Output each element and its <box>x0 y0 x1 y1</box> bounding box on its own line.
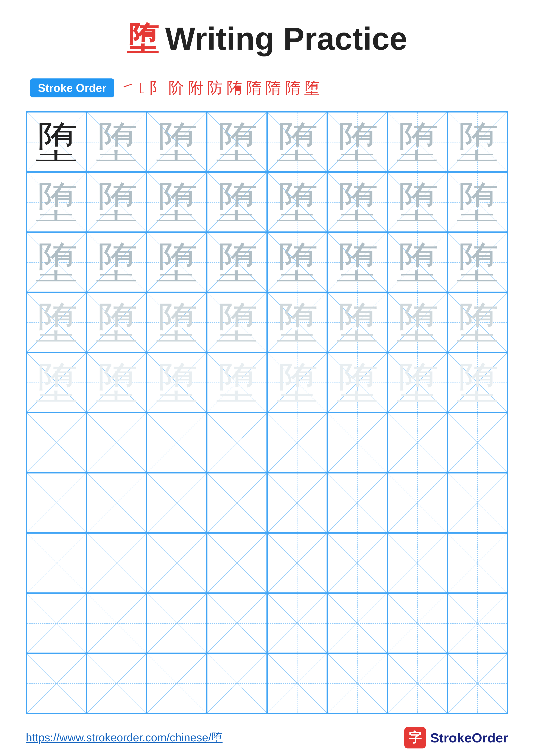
grid-cell[interactable]: 堕 <box>447 112 507 172</box>
grid-cell[interactable] <box>447 533 507 593</box>
grid-cell[interactable] <box>87 653 147 713</box>
grid-cell[interactable]: 堕 <box>87 353 147 413</box>
grid-row: 堕堕堕堕堕堕堕堕 <box>27 112 507 172</box>
grid-cell[interactable] <box>267 653 327 713</box>
grid-cell[interactable]: 堕 <box>147 232 207 292</box>
grid-row: 堕堕堕堕堕堕堕堕 <box>27 232 507 292</box>
grid-cell[interactable] <box>387 473 447 533</box>
grid-row <box>27 533 507 593</box>
grid-cell[interactable] <box>447 593 507 653</box>
grid-cell[interactable]: 堕 <box>327 232 387 292</box>
grid-cell[interactable] <box>447 413 507 473</box>
grid-cell[interactable]: 堕 <box>27 292 87 352</box>
grid-cell[interactable]: 堕 <box>447 353 507 413</box>
grid-cell[interactable] <box>207 473 267 533</box>
stroke-step-6: 防 <box>207 78 223 98</box>
grid-cell[interactable]: 堕 <box>207 232 267 292</box>
grid-cell[interactable] <box>147 473 207 533</box>
grid-cell[interactable]: 堕 <box>387 292 447 352</box>
grid-cell[interactable]: 堕 <box>87 292 147 352</box>
grid-cell[interactable]: 堕 <box>387 112 447 172</box>
grid-cell[interactable]: 堕 <box>27 232 87 292</box>
stroke-step-7: 陏 <box>227 78 242 98</box>
grid-cell[interactable] <box>87 533 147 593</box>
grid-cell[interactable] <box>147 653 207 713</box>
grid-cell[interactable]: 堕 <box>387 353 447 413</box>
grid-cell[interactable]: 堕 <box>327 172 387 232</box>
grid-cell[interactable] <box>267 413 327 473</box>
grid-cell[interactable]: 堕 <box>207 353 267 413</box>
grid-cell[interactable]: 堕 <box>267 353 327 413</box>
grid-cell[interactable] <box>207 413 267 473</box>
practice-char: 堕 <box>396 114 438 171</box>
grid-cell[interactable] <box>27 533 87 593</box>
practice-char: 堕 <box>156 354 198 411</box>
grid-cell[interactable]: 堕 <box>207 172 267 232</box>
practice-char: 堕 <box>276 354 318 411</box>
practice-char: 堕 <box>96 114 138 171</box>
grid-cell[interactable] <box>207 653 267 713</box>
grid-cell[interactable]: 堕 <box>387 172 447 232</box>
grid-cell[interactable] <box>267 473 327 533</box>
grid-cell[interactable]: 堕 <box>27 353 87 413</box>
grid-cell[interactable]: 堕 <box>27 112 87 172</box>
grid-cell[interactable]: 堕 <box>87 112 147 172</box>
grid-cell[interactable]: 堕 <box>447 172 507 232</box>
grid-cell[interactable]: 堕 <box>27 172 87 232</box>
grid-cell[interactable] <box>147 593 207 653</box>
grid-cell[interactable] <box>267 593 327 653</box>
grid-cell[interactable]: 堕 <box>327 112 387 172</box>
practice-char: 堕 <box>156 114 198 171</box>
grid-cell[interactable]: 堕 <box>447 292 507 352</box>
grid-cell[interactable]: 堕 <box>267 292 327 352</box>
grid-cell[interactable] <box>207 593 267 653</box>
grid-cell[interactable]: 堕 <box>267 232 327 292</box>
grid-cell[interactable]: 堕 <box>207 292 267 352</box>
grid-cell[interactable] <box>387 413 447 473</box>
page: 堕 Writing Practice Stroke Order ㇀ 𠃍 阝 阶 … <box>0 0 534 756</box>
grid-cell[interactable] <box>207 533 267 593</box>
grid-cell[interactable]: 堕 <box>87 232 147 292</box>
grid-cell[interactable] <box>87 413 147 473</box>
grid-cell[interactable] <box>327 593 387 653</box>
grid-cell[interactable] <box>27 653 87 713</box>
footer-logo-icon: 字 <box>404 727 426 748</box>
grid-cell[interactable] <box>147 413 207 473</box>
practice-char: 堕 <box>336 234 378 291</box>
practice-char: 堕 <box>276 174 318 230</box>
grid-cell[interactable] <box>327 473 387 533</box>
grid-cell[interactable] <box>87 593 147 653</box>
grid-cell[interactable] <box>447 653 507 713</box>
grid-cell[interactable]: 堕 <box>327 292 387 352</box>
grid-cell[interactable] <box>147 533 207 593</box>
grid-cell[interactable]: 堕 <box>387 232 447 292</box>
grid-cell[interactable] <box>267 533 327 593</box>
grid-cell[interactable]: 堕 <box>447 232 507 292</box>
grid-cell[interactable] <box>327 413 387 473</box>
grid-cell[interactable]: 堕 <box>147 172 207 232</box>
grid-cell[interactable] <box>27 593 87 653</box>
grid-cell[interactable] <box>327 533 387 593</box>
grid-cell[interactable] <box>27 473 87 533</box>
grid-cell[interactable] <box>387 533 447 593</box>
grid-cell[interactable] <box>27 413 87 473</box>
grid-cell[interactable]: 堕 <box>147 292 207 352</box>
grid-cell[interactable] <box>327 653 387 713</box>
grid-cell[interactable]: 堕 <box>267 172 327 232</box>
grid-cell[interactable]: 堕 <box>267 112 327 172</box>
grid-cell[interactable]: 堕 <box>207 112 267 172</box>
practice-char: 堕 <box>456 174 498 230</box>
grid-cell[interactable]: 堕 <box>147 112 207 172</box>
practice-char: 堕 <box>216 114 258 171</box>
grid-cell[interactable] <box>87 473 147 533</box>
stroke-step-4: 阶 <box>168 78 184 98</box>
grid-cell[interactable]: 堕 <box>327 353 387 413</box>
grid-cell[interactable]: 堕 <box>147 353 207 413</box>
grid-cell[interactable] <box>387 593 447 653</box>
grid-row: 堕堕堕堕堕堕堕堕 <box>27 353 507 413</box>
grid-cell[interactable] <box>447 473 507 533</box>
grid-cell[interactable]: 堕 <box>87 172 147 232</box>
practice-char: 堕 <box>336 354 378 411</box>
footer-url[interactable]: https://www.strokeorder.com/chinese/堕 <box>26 730 222 745</box>
grid-cell[interactable] <box>387 653 447 713</box>
